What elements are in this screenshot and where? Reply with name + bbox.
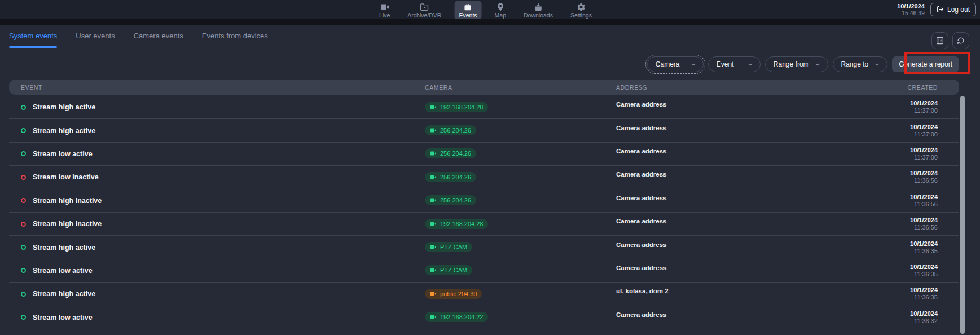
camera-badge[interactable]: 256 204.26 [425,172,476,182]
logout-label: Log out [947,6,970,14]
event-name: Stream low active [33,314,93,321]
event-cell: Stream low inactive [9,173,415,181]
range-from-label: Range from [774,60,809,68]
nav-item-downloads[interactable]: Downloads [519,1,557,20]
camera-name: 256 204.26 [440,127,471,134]
nav-item-settings[interactable]: Settings [566,1,596,20]
generate-report-button[interactable]: Generate a report [892,56,959,72]
column-header-camera: CAMERA [415,84,604,91]
created-time: 11:36:56 [768,224,938,231]
event-name: Stream low active [33,267,93,275]
camera-cell: PTZ CAM [415,242,604,253]
camera-name: 256 204.26 [440,150,471,157]
event-cell: Stream high active [9,244,415,252]
status-icon [21,268,26,273]
events-table: Stream high active 192.168.204.28 Camera… [9,96,959,335]
table-row[interactable]: Stream low active 256 204.26 Camera addr… [9,143,959,166]
camera-name: public 204.30 [440,290,477,297]
video-camera-icon [380,2,389,12]
view-buttons [931,32,969,49]
table-row[interactable]: Stream high active PTZ CAM Camera addres… [9,236,959,259]
camera-filter-dropdown[interactable]: Camera [647,56,704,72]
camera-badge[interactable]: PTZ CAM [425,242,472,252]
topbar: Live Archive/DVR Events Map Downloads Se… [0,0,980,19]
datetime: 10/1/2024 15:46:39 [897,3,925,16]
camera-badge[interactable]: 256 204.26 [425,148,476,158]
nav-item-archive-dvr[interactable]: Archive/DVR [403,1,446,20]
status-icon [21,128,26,133]
nav-item-live[interactable]: Live [375,1,394,20]
report-table-icon [935,36,944,45]
nav-item-map[interactable]: Map [490,1,511,20]
camera-badge[interactable]: 256 204.26 [425,195,476,205]
range-from-dropdown[interactable]: Range from [765,56,828,72]
camera-cell: public 204.30 [415,289,604,299]
table-row[interactable]: Stream high active public 204.30 ul. kol… [9,283,959,306]
table-header: EVENT CAMERA ADDRESS CREATED [9,80,959,95]
table-row[interactable]: Stream low active PTZ CAM Camera address… [9,259,959,283]
camera-cell: PTZ CAM [415,265,604,276]
address-cell: Camera address [604,101,768,108]
camera-badge[interactable]: 192.168.204.22 [425,312,488,322]
refresh-button[interactable] [952,32,969,49]
chevron-down-icon [874,61,880,68]
logout-icon [937,6,944,13]
topbar-right: 10/1/2024 15:46:39 Log out [897,0,976,19]
table-row[interactable]: Stream high active 192.168.204.28 Camera… [9,96,959,119]
created-cell: 10/1/2024 11:36:35 [768,286,959,301]
vertical-scrollbar[interactable] [960,96,965,334]
tab-camera-events[interactable]: Camera events [134,32,183,48]
column-header-event: EVENT [9,84,415,91]
created-cell: 10/1/2024 11:36:32 [768,310,959,325]
camera-icon [430,104,437,111]
status-icon [21,175,26,180]
archive-folder-icon [420,2,429,12]
chevron-down-icon [815,61,821,68]
nav-label: Live [379,12,390,19]
address-cell: Camera address [604,265,768,271]
current-date: 10/1/2024 [897,3,925,10]
tab-system-events[interactable]: System events [9,32,57,48]
camera-icon [430,127,437,134]
event-name: Stream low active [33,150,93,158]
camera-badge[interactable]: 256 204.26 [425,125,476,135]
chevron-down-icon [690,61,696,68]
address-cell: Camera address [604,195,768,201]
table-row[interactable]: Stream high inactive 256 204.26 Camera a… [9,189,959,213]
event-name: Stream low inactive [33,173,99,181]
created-time: 11:37:00 [768,131,938,138]
event-cell: Stream low active [9,314,415,321]
table-row[interactable]: Stream high inactive 192.168.204.28 Came… [9,213,959,236]
table-row[interactable]: Stream high active 256 204.26 Camera add… [9,119,959,142]
address-cell: Camera address [604,241,768,248]
camera-badge[interactable]: 192.168.204.28 [425,102,488,112]
table-row[interactable]: Stream low active 192.168.204.22 Camera … [9,306,959,329]
nav-item-events[interactable]: Events [454,1,481,20]
camera-badge[interactable]: 192.168.204.28 [425,219,488,229]
status-icon [21,292,26,297]
nav-label: Events [459,12,477,19]
event-filter-dropdown[interactable]: Event [708,56,761,72]
camera-name: 192.168.204.28 [440,104,483,111]
created-time: 11:36:56 [768,201,938,208]
camera-name: PTZ CAM [440,267,467,274]
chevron-down-icon [747,61,753,68]
camera-icon [430,221,437,227]
camera-badge[interactable]: public 204.30 [425,289,482,299]
camera-icon [430,174,437,180]
camera-cell: 256 204.26 [415,148,604,159]
logout-button[interactable]: Log out [930,3,976,16]
table-row[interactable]: Stream low inactive 256 204.26 Camera ad… [9,166,959,189]
report-table-button[interactable] [931,32,948,49]
tab-events-from-devices[interactable]: Events from devices [202,32,268,48]
range-to-dropdown[interactable]: Range to [833,56,888,72]
created-date: 10/1/2024 [768,147,938,154]
created-cell: 10/1/2024 11:36:56 [768,170,959,184]
camera-badge[interactable]: PTZ CAM [425,265,472,275]
created-cell: 10/1/2024 11:36:35 [768,263,959,278]
camera-icon [430,290,437,297]
tab-user-events[interactable]: User events [76,32,115,48]
camera-filter-label: Camera [656,60,680,68]
created-date: 10/1/2024 [768,193,938,201]
event-name: Stream high inactive [33,220,102,228]
